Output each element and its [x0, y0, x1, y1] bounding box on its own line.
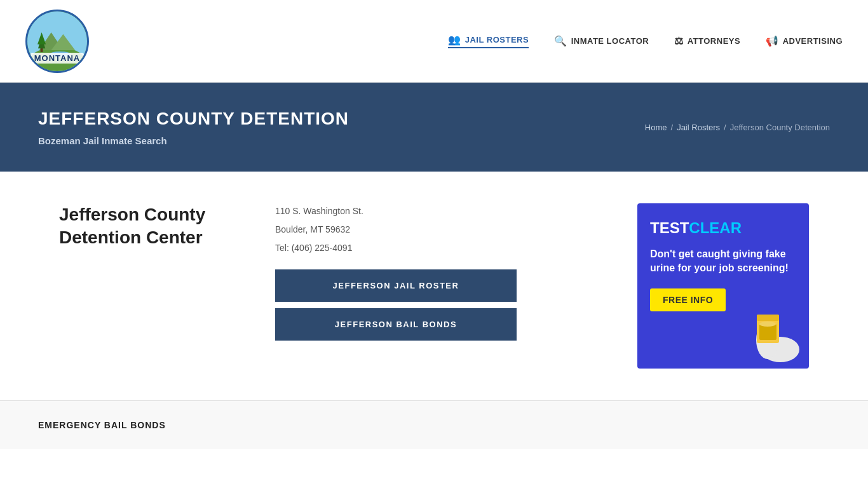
hero-left: JEFFERSON COUNTY DETENTION Bozeman Jail …	[38, 109, 349, 146]
facility-address-line1: 110 S. Washington St.	[275, 203, 618, 219]
facility-address-line2: Boulder, MT 59632	[275, 222, 618, 238]
facility-card: Jefferson County Detention Center 110 S.…	[59, 203, 618, 341]
logo-text: MONTANA	[31, 53, 84, 64]
emergency-heading: EMERGENCY BAIL BONDS	[38, 420, 830, 430]
bail-bonds-button[interactable]: JEFFERSON BAIL BONDS	[275, 308, 517, 341]
inmate-locator-icon: 🔍	[554, 35, 567, 47]
facility-name: Jefferson County Detention Center	[59, 203, 237, 250]
breadcrumb: Home / Jail Rosters / Jefferson County D…	[645, 123, 830, 132]
ad-box: TESTCLEAR Don't get caught giving fake u…	[637, 203, 809, 369]
emergency-section: EMERGENCY BAIL BONDS	[0, 400, 868, 449]
breadcrumb-current: Jefferson County Detention	[730, 123, 830, 132]
page-title: JEFFERSON COUNTY DETENTION	[38, 109, 349, 129]
nav-attorneys[interactable]: ⚖ ATTORNEYS	[674, 35, 740, 47]
site-header: MONTANA 👥 JAIL ROSTERS 🔍 INMATE LOCATOR …	[0, 0, 868, 83]
content-area: Jefferson County Detention Center 110 S.…	[59, 203, 618, 366]
main-nav: 👥 JAIL ROSTERS 🔍 INMATE LOCATOR ⚖ ATTORN…	[448, 34, 843, 48]
facility-phone: Tel: (406) 225-4091	[275, 240, 618, 256]
breadcrumb-jail-rosters[interactable]: Jail Rosters	[677, 123, 720, 132]
breadcrumb-separator-1: /	[671, 123, 674, 132]
nav-inmate-locator[interactable]: 🔍 INMATE LOCATOR	[554, 35, 649, 47]
jail-rosters-icon: 👥	[448, 34, 461, 46]
page-subtitle: Bozeman Jail Inmate Search	[38, 135, 349, 146]
ad-title-clear: CLEAR	[689, 219, 742, 236]
facility-details: 110 S. Washington St. Boulder, MT 59632 …	[275, 203, 618, 341]
sidebar: TESTCLEAR Don't get caught giving fake u…	[637, 203, 809, 369]
ad-title-test: TEST	[650, 219, 689, 236]
breadcrumb-separator-2: /	[724, 123, 726, 132]
action-buttons: JEFFERSON JAIL ROSTER JEFFERSON BAIL BON…	[275, 269, 517, 341]
svg-point-13	[759, 322, 776, 327]
logo: MONTANA	[25, 10, 89, 73]
breadcrumb-home[interactable]: Home	[645, 123, 667, 132]
hero-banner: JEFFERSON COUNTY DETENTION Bozeman Jail …	[0, 83, 868, 172]
nav-jail-rosters[interactable]: 👥 JAIL ROSTERS	[448, 34, 529, 48]
ad-image	[733, 292, 809, 369]
logo-area: MONTANA	[25, 10, 89, 73]
jail-roster-button[interactable]: JEFFERSON JAIL ROSTER	[275, 269, 517, 302]
nav-advertising[interactable]: 📢 ADVERTISING	[766, 35, 843, 47]
svg-rect-11	[757, 315, 779, 321]
main-content: Jefferson County Detention Center 110 S.…	[21, 172, 847, 400]
ad-cta[interactable]: FREE INFO	[650, 288, 726, 311]
attorneys-icon: ⚖	[674, 35, 684, 47]
ad-tagline: Don't get caught giving fake urine for y…	[650, 247, 796, 276]
ad-title: TESTCLEAR	[650, 219, 796, 238]
advertising-icon: 📢	[766, 35, 779, 47]
